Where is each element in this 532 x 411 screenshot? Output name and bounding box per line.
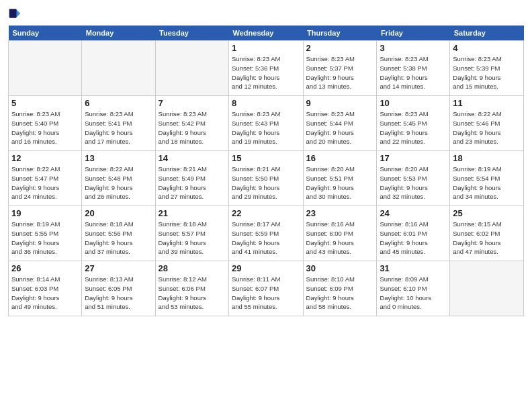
day-info: Sunrise: 8:23 AM Sunset: 5:45 PM Dayligh…	[380, 109, 447, 146]
day-cell	[155, 41, 228, 96]
day-info: Sunrise: 8:09 AM Sunset: 6:10 PM Dayligh…	[380, 275, 447, 312]
day-info: Sunrise: 8:22 AM Sunset: 5:46 PM Dayligh…	[453, 109, 521, 146]
day-number: 20	[85, 208, 152, 218]
day-number: 14	[159, 153, 226, 163]
day-number: 21	[159, 208, 226, 218]
day-number: 24	[380, 208, 447, 218]
day-number: 6	[85, 98, 152, 108]
day-info: Sunrise: 8:16 AM Sunset: 6:00 PM Dayligh…	[306, 220, 374, 257]
weekday-friday: Friday	[377, 26, 450, 41]
day-number: 26	[11, 263, 79, 273]
day-info: Sunrise: 8:22 AM Sunset: 5:47 PM Dayligh…	[11, 165, 79, 201]
day-number: 8	[232, 98, 300, 108]
day-info: Sunrise: 8:14 AM Sunset: 6:03 PM Dayligh…	[11, 275, 79, 312]
day-number: 23	[306, 208, 374, 218]
logo	[8, 7, 24, 20]
day-number: 25	[453, 208, 521, 218]
day-cell: 20Sunrise: 8:18 AM Sunset: 5:56 PM Dayli…	[82, 206, 155, 261]
day-info: Sunrise: 8:21 AM Sunset: 5:49 PM Dayligh…	[159, 165, 226, 201]
day-info: Sunrise: 8:23 AM Sunset: 5:43 PM Dayligh…	[232, 109, 300, 146]
day-cell: 2Sunrise: 8:23 AM Sunset: 5:37 PM Daylig…	[303, 41, 377, 96]
day-info: Sunrise: 8:18 AM Sunset: 5:56 PM Dayligh…	[85, 220, 152, 257]
day-number: 13	[85, 153, 152, 163]
day-cell: 29Sunrise: 8:11 AM Sunset: 6:07 PM Dayli…	[229, 261, 304, 316]
day-info: Sunrise: 8:22 AM Sunset: 5:48 PM Dayligh…	[85, 165, 152, 201]
day-cell: 13Sunrise: 8:22 AM Sunset: 5:48 PM Dayli…	[82, 151, 155, 206]
day-cell: 10Sunrise: 8:23 AM Sunset: 5:45 PM Dayli…	[377, 96, 450, 151]
day-info: Sunrise: 8:23 AM Sunset: 5:36 PM Dayligh…	[232, 54, 300, 91]
logo-icon	[8, 7, 21, 20]
day-number: 2	[306, 43, 374, 53]
day-info: Sunrise: 8:23 AM Sunset: 5:39 PM Dayligh…	[453, 54, 521, 91]
weekday-wednesday: Wednesday	[229, 26, 304, 41]
day-info: Sunrise: 8:20 AM Sunset: 5:51 PM Dayligh…	[306, 165, 374, 201]
day-cell	[82, 41, 155, 96]
day-cell: 17Sunrise: 8:20 AM Sunset: 5:53 PM Dayli…	[377, 151, 450, 206]
weekday-sunday: Sunday	[9, 26, 82, 41]
day-cell: 9Sunrise: 8:23 AM Sunset: 5:44 PM Daylig…	[303, 96, 377, 151]
day-cell: 24Sunrise: 8:16 AM Sunset: 6:01 PM Dayli…	[377, 206, 450, 261]
week-row-3: 12Sunrise: 8:22 AM Sunset: 5:47 PM Dayli…	[9, 151, 524, 206]
weekday-tuesday: Tuesday	[155, 26, 228, 41]
day-cell: 23Sunrise: 8:16 AM Sunset: 6:00 PM Dayli…	[303, 206, 377, 261]
day-cell: 31Sunrise: 8:09 AM Sunset: 6:10 PM Dayli…	[377, 261, 450, 316]
day-number: 17	[380, 153, 447, 163]
day-info: Sunrise: 8:19 AM Sunset: 5:54 PM Dayligh…	[453, 165, 521, 201]
day-cell: 12Sunrise: 8:22 AM Sunset: 5:47 PM Dayli…	[9, 151, 82, 206]
day-cell: 14Sunrise: 8:21 AM Sunset: 5:49 PM Dayli…	[155, 151, 228, 206]
day-info: Sunrise: 8:16 AM Sunset: 6:01 PM Dayligh…	[380, 220, 447, 257]
day-cell: 30Sunrise: 8:10 AM Sunset: 6:09 PM Dayli…	[303, 261, 377, 316]
day-number: 31	[380, 263, 447, 273]
weekday-saturday: Saturday	[450, 26, 524, 41]
day-info: Sunrise: 8:21 AM Sunset: 5:50 PM Dayligh…	[232, 165, 300, 201]
day-number: 15	[232, 153, 300, 163]
day-info: Sunrise: 8:12 AM Sunset: 6:06 PM Dayligh…	[159, 275, 226, 312]
day-cell: 7Sunrise: 8:23 AM Sunset: 5:42 PM Daylig…	[155, 96, 228, 151]
day-number: 5	[11, 98, 79, 108]
day-cell: 27Sunrise: 8:13 AM Sunset: 6:05 PM Dayli…	[82, 261, 155, 316]
day-number: 18	[453, 153, 521, 163]
day-info: Sunrise: 8:17 AM Sunset: 5:59 PM Dayligh…	[232, 220, 300, 257]
day-cell: 11Sunrise: 8:22 AM Sunset: 5:46 PM Dayli…	[450, 96, 524, 151]
day-cell: 19Sunrise: 8:19 AM Sunset: 5:55 PM Dayli…	[9, 206, 82, 261]
day-number: 30	[306, 263, 374, 273]
day-cell: 26Sunrise: 8:14 AM Sunset: 6:03 PM Dayli…	[9, 261, 82, 316]
day-number: 11	[453, 98, 521, 108]
day-cell: 21Sunrise: 8:18 AM Sunset: 5:57 PM Dayli…	[155, 206, 228, 261]
day-cell: 15Sunrise: 8:21 AM Sunset: 5:50 PM Dayli…	[229, 151, 304, 206]
calendar: SundayMondayTuesdayWednesdayThursdayFrid…	[8, 26, 524, 316]
day-info: Sunrise: 8:19 AM Sunset: 5:55 PM Dayligh…	[11, 220, 79, 257]
day-cell: 25Sunrise: 8:15 AM Sunset: 6:02 PM Dayli…	[450, 206, 524, 261]
day-number: 9	[306, 98, 374, 108]
day-number: 19	[11, 208, 79, 218]
day-info: Sunrise: 8:23 AM Sunset: 5:42 PM Dayligh…	[159, 109, 226, 146]
day-info: Sunrise: 8:15 AM Sunset: 6:02 PM Dayligh…	[453, 220, 521, 257]
day-cell: 28Sunrise: 8:12 AM Sunset: 6:06 PM Dayli…	[155, 261, 228, 316]
week-row-5: 26Sunrise: 8:14 AM Sunset: 6:03 PM Dayli…	[9, 261, 524, 316]
day-info: Sunrise: 8:23 AM Sunset: 5:40 PM Dayligh…	[11, 109, 79, 146]
week-row-1: 1Sunrise: 8:23 AM Sunset: 5:36 PM Daylig…	[9, 41, 524, 96]
page: SundayMondayTuesdayWednesdayThursdayFrid…	[0, 0, 532, 411]
svg-rect-1	[9, 9, 17, 17]
weekday-thursday: Thursday	[303, 26, 377, 41]
day-number: 3	[380, 43, 447, 53]
day-cell	[450, 261, 524, 316]
day-cell: 5Sunrise: 8:23 AM Sunset: 5:40 PM Daylig…	[9, 96, 82, 151]
day-number: 16	[306, 153, 374, 163]
weekday-monday: Monday	[82, 26, 155, 41]
day-cell: 6Sunrise: 8:23 AM Sunset: 5:41 PM Daylig…	[82, 96, 155, 151]
day-info: Sunrise: 8:23 AM Sunset: 5:44 PM Dayligh…	[306, 109, 374, 146]
day-cell: 16Sunrise: 8:20 AM Sunset: 5:51 PM Dayli…	[303, 151, 377, 206]
day-cell	[9, 41, 82, 96]
day-info: Sunrise: 8:20 AM Sunset: 5:53 PM Dayligh…	[380, 165, 447, 201]
day-info: Sunrise: 8:10 AM Sunset: 6:09 PM Dayligh…	[306, 275, 374, 312]
day-number: 7	[159, 98, 226, 108]
day-info: Sunrise: 8:18 AM Sunset: 5:57 PM Dayligh…	[159, 220, 226, 257]
day-number: 4	[453, 43, 521, 53]
day-info: Sunrise: 8:23 AM Sunset: 5:37 PM Dayligh…	[306, 54, 374, 91]
day-number: 1	[232, 43, 300, 53]
header	[8, 7, 524, 20]
day-number: 29	[232, 263, 300, 273]
day-cell: 1Sunrise: 8:23 AM Sunset: 5:36 PM Daylig…	[229, 41, 304, 96]
day-cell: 4Sunrise: 8:23 AM Sunset: 5:39 PM Daylig…	[450, 41, 524, 96]
